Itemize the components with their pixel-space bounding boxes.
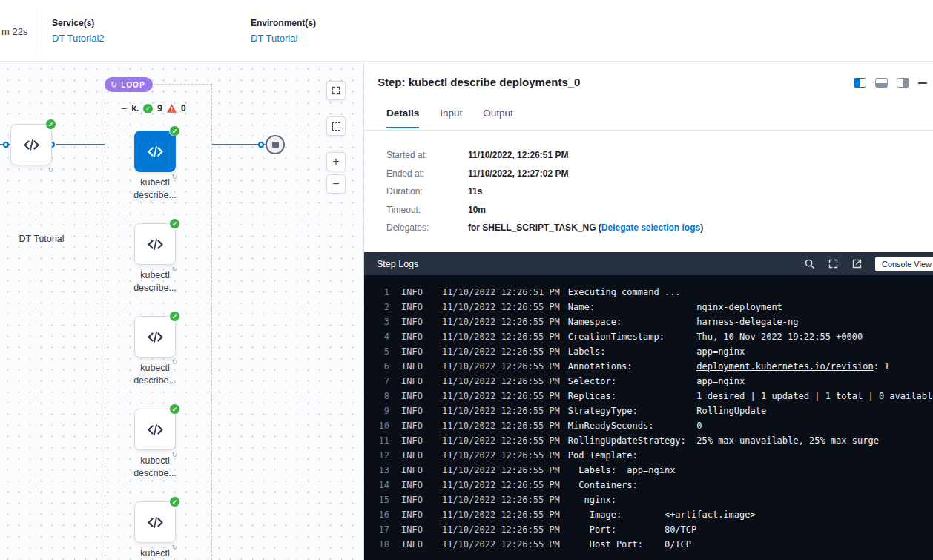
success-check-icon: ✓	[169, 496, 180, 507]
log-lines: 1INFO11/10/2022 12:26:51 PMExecuting com…	[364, 285, 933, 552]
tab-details[interactable]: Details	[386, 108, 419, 128]
log-timestamp: 11/10/2022 12:26:55 PM	[442, 344, 560, 359]
detail-value: 10m	[468, 205, 486, 215]
code-icon	[145, 513, 165, 533]
log-level: INFO	[401, 344, 423, 359]
stage-node-dt-tutorial[interactable]: ✓ ↻ DT Tutorial	[10, 124, 52, 165]
detail-label: Timeout:	[386, 205, 468, 215]
step-logs-header: Step Logs Console View	[364, 252, 933, 275]
step-label: kubectl describe...	[116, 547, 194, 560]
log-message: Replicas: 1 desired | 1 updated | 1 tota…	[568, 389, 933, 403]
environment-block: Environment(s) DT Tutorial	[251, 18, 316, 44]
log-line: 15INFO11/10/2022 12:26:55 PM nginx:	[364, 493, 933, 507]
pipeline-step[interactable]: ✓ ↻ kubectl describe...	[134, 316, 176, 358]
log-level: INFO	[401, 285, 423, 300]
pipeline-step[interactable]: ✓ ↻ kubectl describe...	[134, 131, 176, 172]
loop-icon: ↻	[111, 80, 118, 90]
log-message: Labels: app=nginx	[568, 463, 676, 478]
log-line-number: 7	[364, 374, 389, 389]
topbar-divider	[36, 7, 36, 54]
log-line: 3INFO11/10/2022 12:26:55 PMNamespace: ha…	[364, 314, 933, 329]
minimize-icon[interactable]	[918, 82, 927, 84]
step-label: kubectl describe...	[116, 177, 194, 202]
layout-bottom-panel-icon[interactable]	[875, 78, 888, 88]
delegate-selection-logs-link[interactable]: Delegate selection logs	[601, 223, 700, 233]
step-node-box[interactable]	[134, 131, 176, 172]
search-icon[interactable]	[804, 258, 815, 269]
log-timestamp: 11/10/2022 12:26:55 PM	[442, 314, 560, 329]
log-message: Port: 80/TCP	[568, 522, 696, 537]
log-console[interactable]: 1INFO11/10/2022 12:26:51 PMExecuting com…	[364, 275, 933, 560]
pipeline-step[interactable]: ✓ ↻ kubectl describe...	[134, 501, 176, 543]
pipeline-step[interactable]: ✓ ↻ kubectl describe...	[134, 409, 176, 450]
collapse-icon[interactable]: −	[121, 104, 127, 113]
log-line: 18INFO11/10/2022 12:26:55 PM Host Port: …	[364, 537, 933, 552]
log-link[interactable]: deployment.kubernetes.io/revision	[696, 361, 873, 372]
open-in-new-icon[interactable]	[851, 258, 863, 269]
environment-link[interactable]: DT Tutorial	[251, 33, 316, 44]
log-message: Pod Template:	[568, 448, 638, 463]
tab-output[interactable]: Output	[483, 108, 513, 128]
success-check-icon: ✓	[169, 125, 180, 136]
log-level: INFO	[401, 418, 423, 433]
log-line: 16INFO11/10/2022 12:26:55 PM Image: <+ar…	[364, 507, 933, 522]
log-message: CreationTimestamp: Thu, 10 Nov 2022 19:2…	[568, 329, 863, 344]
layout-left-panel-icon[interactable]	[854, 78, 866, 88]
step-panel-title: Step: kubectl describe deployments_0	[378, 76, 580, 88]
log-line-number: 13	[364, 463, 389, 478]
connector-line	[56, 144, 105, 145]
log-line-number: 6	[364, 359, 389, 374]
log-level: INFO	[401, 389, 423, 403]
tabs-divider	[364, 130, 933, 131]
detail-row-timeout: Timeout: 10m	[386, 205, 703, 215]
expand-icon[interactable]	[828, 258, 839, 269]
detail-value: 11/10/2022, 12:26:51 PM	[468, 150, 568, 160]
log-line: 5INFO11/10/2022 12:26:55 PMLabels: app=n…	[364, 344, 933, 359]
step-label: kubectl describe...	[116, 269, 194, 294]
success-count: 9	[157, 103, 162, 113]
log-level: INFO	[401, 537, 423, 552]
success-check-icon: ✓	[169, 218, 180, 229]
zoom-in-button[interactable]: +	[326, 152, 346, 171]
tab-input[interactable]: Input	[440, 108, 462, 128]
detail-row-delegates: Delegates: for SHELL_SCRIPT_TASK_NG (Del…	[386, 223, 703, 233]
step-node-box[interactable]	[134, 223, 176, 265]
success-count-icon: ✓	[143, 104, 153, 113]
log-line: 11INFO11/10/2022 12:26:55 PMRollingUpdat…	[364, 433, 933, 448]
log-level: INFO	[401, 300, 423, 314]
fit-to-screen-button[interactable]	[326, 81, 346, 100]
step-node-box[interactable]	[134, 316, 176, 358]
log-timestamp: 11/10/2022 12:26:55 PM	[442, 493, 560, 507]
log-message: Containers:	[568, 478, 638, 493]
marquee-select-button[interactable]	[326, 116, 346, 136]
log-message: Executing command ...	[568, 285, 681, 300]
pipeline-end-node[interactable]	[266, 135, 285, 154]
failed-count: 0	[181, 103, 186, 113]
step-node-box[interactable]	[134, 409, 176, 450]
elapsed-time: m 22s	[1, 26, 27, 37]
pipeline-canvas[interactable]: ✓ ↻ DT Tutorial ↻ LOOP − k. ✓ 9 0	[0, 62, 363, 560]
log-line: 13INFO11/10/2022 12:26:55 PM Labels: app…	[364, 463, 933, 478]
log-line-number: 16	[364, 507, 389, 522]
log-line-number: 10	[364, 418, 389, 433]
detail-label: Started at:	[386, 150, 468, 160]
log-timestamp: 11/10/2022 12:26:55 PM	[442, 507, 560, 522]
pipeline-step[interactable]: ✓ ↻ kubectl describe...	[134, 223, 176, 265]
step-detail-tabs: Details Input Output	[386, 108, 513, 128]
log-line: 10INFO11/10/2022 12:26:55 PMMinReadySeco…	[364, 418, 933, 433]
log-level: INFO	[401, 359, 423, 374]
console-view-button[interactable]: Console View	[875, 257, 933, 271]
stop-icon	[272, 142, 279, 148]
step-node-box[interactable]	[134, 501, 176, 543]
zoom-out-button[interactable]: −	[326, 174, 346, 194]
code-icon	[145, 327, 165, 347]
execution-topbar: m 22s Service(s) DT Tutorial2 Environmen…	[0, 0, 933, 62]
connector-port	[258, 142, 264, 148]
layout-right-panel-icon[interactable]	[897, 78, 909, 88]
code-icon	[145, 142, 165, 162]
service-link[interactable]: DT Tutorial2	[52, 33, 105, 44]
log-line-number: 18	[364, 537, 389, 552]
code-icon	[22, 135, 42, 155]
log-level: INFO	[401, 448, 423, 463]
stage-node-box[interactable]	[10, 124, 52, 165]
